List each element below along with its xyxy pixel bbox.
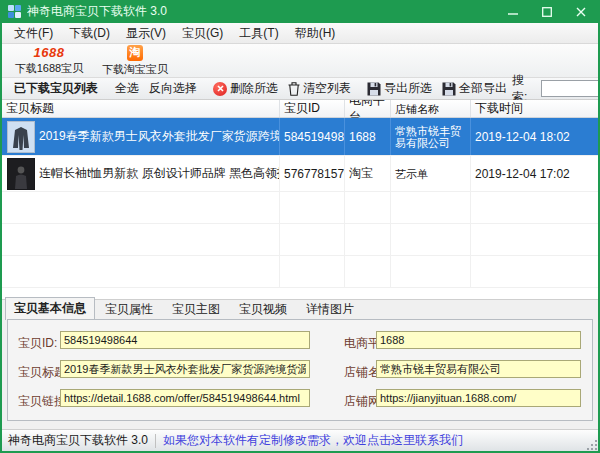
- action-bar: 已下载宝贝列表 全选 反向选择 删除所选 清空列表 导出所选 全部导出 搜索:: [2, 78, 598, 100]
- tab-main-images[interactable]: 宝贝主图: [163, 298, 229, 319]
- item-title-cell: 2019春季新款男士风衣外套批发厂家货源跨境货源wish速卖通亚: [2, 118, 280, 155]
- tab-detail-images[interactable]: 详情图片: [297, 298, 363, 319]
- item-title: 连帽长袖t恤男新款 原创设计师品牌 黑色高领打底衫秋季 暗黑小众: [39, 165, 279, 182]
- table-empty-row: [2, 224, 598, 256]
- item-shop: 艺示单: [391, 156, 471, 191]
- menubar: 文件(F) 下载(D) 显示(V) 宝贝(G) 工具(T) 帮助(H): [2, 23, 598, 44]
- item-id: 576778157186: [280, 156, 345, 191]
- item-id: 584519498644: [280, 118, 345, 155]
- download-1688-label: 下载1688宝贝: [15, 61, 83, 76]
- menu-item-goods[interactable]: 宝贝(G): [174, 23, 231, 44]
- download-taobao-button[interactable]: 淘 下载淘宝宝贝: [92, 44, 178, 77]
- table-row[interactable]: 连帽长袖t恤男新款 原创设计师品牌 黑色高领打底衫秋季 暗黑小众 5767781…: [2, 156, 598, 192]
- item-id-label: 宝贝ID:: [18, 335, 57, 352]
- contact-link[interactable]: 如果您对本软件有定制修改需求，欢迎点击这里联系我们: [163, 432, 463, 449]
- separator: [155, 434, 156, 448]
- invert-selection-button[interactable]: 反向选择: [144, 80, 202, 97]
- item-id-field[interactable]: [60, 331, 310, 349]
- item-shop: 常熟市锐丰贸易有限公司: [391, 118, 471, 155]
- clear-list-button[interactable]: 清空列表: [283, 80, 356, 97]
- item-title: 2019春季新款男士风衣外套批发厂家货源跨境货源wish速卖通亚: [39, 128, 279, 145]
- export-selected-button[interactable]: 导出所选: [362, 80, 437, 97]
- column-header-platform[interactable]: 电商平台: [345, 100, 391, 117]
- delete-selected-button[interactable]: 删除所选: [208, 80, 283, 97]
- minimize-button[interactable]: [496, 0, 530, 23]
- column-header-shop[interactable]: 店铺名称: [391, 100, 471, 117]
- download-1688-button[interactable]: 1688 下载1688宝贝: [6, 44, 92, 77]
- search-box: [541, 80, 600, 97]
- detail-tabs: 宝贝基本信息 宝贝属性 宝贝主图 宝贝视频 详情图片: [2, 300, 598, 319]
- item-url-field[interactable]: [60, 389, 310, 407]
- download-taobao-label: 下载淘宝宝贝: [102, 62, 168, 77]
- search-input[interactable]: [541, 80, 600, 97]
- maximize-icon: [542, 7, 552, 17]
- export-all-button[interactable]: 全部导出: [437, 80, 512, 97]
- item-time: 2019-12-04 17:02: [471, 156, 598, 191]
- app-icon: [8, 5, 21, 18]
- taobao-icon: 淘: [127, 45, 143, 61]
- item-thumbnail: [7, 121, 35, 153]
- titlebar: 神奇电商宝贝下载软件 3.0: [2, 0, 598, 23]
- item-title-cell: 连帽长袖t恤男新款 原创设计师品牌 黑色高领打底衫秋季 暗黑小众: [2, 156, 280, 191]
- column-header-title[interactable]: 宝贝标题: [2, 100, 280, 117]
- delete-icon: [213, 82, 227, 96]
- item-time: 2019-12-04 18:02: [471, 118, 598, 155]
- shop-name-field[interactable]: [376, 360, 581, 378]
- item-platform: 1688: [345, 118, 391, 155]
- app-window: 神奇电商宝贝下载软件 3.0 文件(F) 下载(D) 显示(V) 宝贝(G) 工…: [0, 0, 600, 453]
- delete-selected-label: 删除所选: [230, 80, 278, 97]
- tab-attributes[interactable]: 宝贝属性: [96, 298, 162, 319]
- minimize-icon: [508, 7, 518, 17]
- item-title-field[interactable]: [60, 360, 310, 378]
- basic-info-panel: 宝贝ID: 电商平台: 宝贝标题: 店铺名称: 宝贝链接: 店铺网址:: [7, 319, 593, 421]
- item-platform: 淘宝: [345, 156, 391, 191]
- menu-tools[interactable]: 工具(T): [231, 23, 286, 44]
- select-all-button[interactable]: 全选: [110, 80, 144, 97]
- status-app-name: 神奇电商宝贝下载软件 3.0: [8, 432, 148, 449]
- item-thumbnail: [7, 158, 35, 190]
- export-selected-label: 导出所选: [384, 80, 432, 97]
- close-button[interactable]: [564, 0, 598, 23]
- table-header: 宝贝标题 宝贝ID 电商平台 店铺名称 下载时间: [2, 100, 598, 118]
- tab-video[interactable]: 宝贝视频: [230, 298, 296, 319]
- menu-view[interactable]: 显示(V): [118, 23, 174, 44]
- logo-1688-icon: 1688: [34, 46, 65, 60]
- table-row[interactable]: 2019春季新款男士风衣外套批发厂家货源跨境货源wish速卖通亚 5845194…: [2, 118, 598, 156]
- maximize-button[interactable]: [530, 0, 564, 23]
- toolbar: 1688 下载1688宝贝 淘 下载淘宝宝贝: [2, 44, 598, 78]
- save-all-icon: [442, 82, 456, 96]
- window-title: 神奇电商宝贝下载软件 3.0: [27, 3, 496, 20]
- table-empty-row: [2, 256, 598, 288]
- status-gap: [2, 421, 598, 429]
- trash-icon: [288, 82, 300, 96]
- status-bar: 神奇电商宝贝下载软件 3.0 如果您对本软件有定制修改需求，欢迎点击这里联系我们: [2, 429, 598, 451]
- menu-file[interactable]: 文件(F): [6, 23, 61, 44]
- save-icon: [367, 82, 381, 96]
- tab-basic-info[interactable]: 宝贝基本信息: [5, 297, 95, 320]
- items-table: 宝贝标题 宝贝ID 电商平台 店铺名称 下载时间 2019春季新款男士风衣外套批…: [2, 100, 598, 300]
- menu-download[interactable]: 下载(D): [61, 23, 118, 44]
- downloaded-list-label: 已下载宝贝列表: [8, 80, 104, 97]
- column-header-id[interactable]: 宝贝ID: [280, 100, 345, 117]
- menu-help[interactable]: 帮助(H): [287, 23, 344, 44]
- close-icon: [576, 7, 586, 17]
- column-header-time[interactable]: 下载时间: [471, 100, 598, 117]
- shop-url-field[interactable]: [376, 389, 581, 407]
- export-all-label: 全部导出: [459, 80, 507, 97]
- resize-grip[interactable]: [585, 438, 597, 450]
- platform-field[interactable]: [376, 331, 581, 349]
- table-empty-row: [2, 192, 598, 224]
- clear-list-label: 清空列表: [303, 80, 351, 97]
